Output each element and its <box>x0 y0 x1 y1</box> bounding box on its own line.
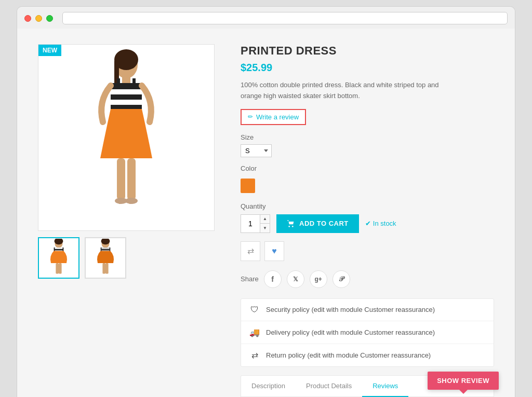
svg-rect-9 <box>117 78 120 85</box>
browser-chrome <box>17 6 515 29</box>
return-icon: ⇄ <box>249 350 260 360</box>
share-section: Share f 𝕏 g+ 𝒫 <box>241 270 494 288</box>
pencil-icon: ✏ <box>248 113 253 120</box>
return-policy-item: ⇄ Return policy (edit with module Custom… <box>241 344 494 366</box>
svg-rect-7 <box>111 100 142 105</box>
heart-icon: ♥ <box>272 247 277 256</box>
svg-rect-23 <box>59 263 62 273</box>
traffic-light-green[interactable] <box>46 15 53 22</box>
color-label: Color <box>241 165 494 172</box>
delivery-policy-text: Delivery policy (edit with module Custom… <box>266 328 435 336</box>
product-info: PRINTED DRESS $25.99 100% cotton double … <box>241 44 494 397</box>
product-images: NEW <box>38 44 220 397</box>
svg-rect-22 <box>56 263 59 273</box>
product-price: $25.99 <box>241 62 494 74</box>
color-section: Color <box>241 165 494 195</box>
svg-rect-11 <box>117 158 125 200</box>
thumbnail-1[interactable] <box>38 237 79 279</box>
checkmark-icon: ✔ <box>365 220 371 227</box>
pinterest-button[interactable]: 𝒫 <box>332 270 350 288</box>
size-label: Size <box>241 133 494 141</box>
color-swatch-orange[interactable] <box>241 179 255 193</box>
security-policy-item: 🛡 Security policy (edit with module Cust… <box>241 299 494 321</box>
product-layout: NEW <box>38 44 494 397</box>
quantity-up-button[interactable]: ▲ <box>260 215 270 224</box>
quantity-input[interactable] <box>241 215 260 232</box>
quantity-arrows: ▲ ▼ <box>260 215 270 232</box>
policy-section: 🛡 Security policy (edit with module Cust… <box>241 298 494 367</box>
traffic-light-red[interactable] <box>24 15 31 22</box>
svg-rect-29 <box>102 263 105 273</box>
security-policy-text: Security policy (edit with module Custom… <box>266 306 435 313</box>
size-select[interactable]: S M L XL <box>241 144 272 157</box>
tab-reviews[interactable]: Reviews <box>362 376 408 397</box>
delivery-policy-item: 🚚 Delivery policy (edit with module Cust… <box>241 321 494 344</box>
thumbnails <box>38 237 220 279</box>
add-to-cart-button[interactable]: ADD TO CART <box>276 214 359 233</box>
svg-rect-16 <box>129 198 131 204</box>
quantity-section: ▲ ▼ ADD TO CART ✔ In stock <box>241 214 494 233</box>
tab-product-details[interactable]: Product Details <box>296 376 362 397</box>
add-to-cart-label: ADD TO CART <box>299 220 349 227</box>
shield-icon: 🛡 <box>249 305 260 314</box>
tab-description[interactable]: Description <box>241 376 296 397</box>
return-policy-text: Return policy (edit with module Customer… <box>266 351 431 359</box>
in-stock-label: ✔ In stock <box>365 220 396 227</box>
compare-button[interactable]: ⇄ <box>241 241 260 261</box>
new-badge: NEW <box>38 45 61 56</box>
quantity-label: Quantity <box>241 202 265 210</box>
googleplus-button[interactable]: g+ <box>310 270 327 288</box>
thumb1-svg <box>43 239 74 278</box>
write-review-button[interactable]: ✏ Write a review <box>241 109 306 125</box>
main-image: NEW <box>38 44 215 231</box>
svg-rect-5 <box>111 89 142 94</box>
browser-window: NEW <box>17 29 515 397</box>
product-description: 100% cotton double printed dress. Black … <box>241 80 459 102</box>
svg-rect-12 <box>127 158 136 200</box>
twitter-button[interactable]: 𝕏 <box>287 270 304 288</box>
product-image-svg <box>79 49 173 226</box>
quantity-down-button[interactable]: ▼ <box>260 224 270 232</box>
svg-rect-4 <box>111 83 142 89</box>
address-bar[interactable] <box>62 12 508 24</box>
quantity-input-wrapper: ▲ ▼ <box>241 214 270 233</box>
write-review-label: Write a review <box>256 113 299 121</box>
svg-rect-6 <box>111 94 142 100</box>
svg-rect-15 <box>119 198 121 204</box>
wishlist-button[interactable]: ♥ <box>264 241 284 261</box>
facebook-button[interactable]: f <box>264 270 282 288</box>
show-review-popup-button[interactable]: SHOW REVIEW <box>428 372 499 390</box>
action-buttons: ⇄ ♥ <box>241 241 494 261</box>
share-label: Share <box>241 275 259 283</box>
product-title: PRINTED DRESS <box>241 44 494 58</box>
tabs-section: Description Product Details Reviews ✏ Be… <box>241 375 494 397</box>
svg-rect-27 <box>102 247 110 249</box>
thumb2-svg <box>90 239 121 278</box>
cart-icon <box>287 220 295 228</box>
traffic-light-yellow[interactable] <box>35 15 42 22</box>
thumbnail-2[interactable] <box>85 237 126 279</box>
svg-rect-10 <box>132 78 136 85</box>
compare-icon: ⇄ <box>247 246 254 256</box>
truck-icon: 🚚 <box>249 327 260 337</box>
svg-rect-30 <box>105 263 109 273</box>
svg-rect-20 <box>55 247 63 249</box>
